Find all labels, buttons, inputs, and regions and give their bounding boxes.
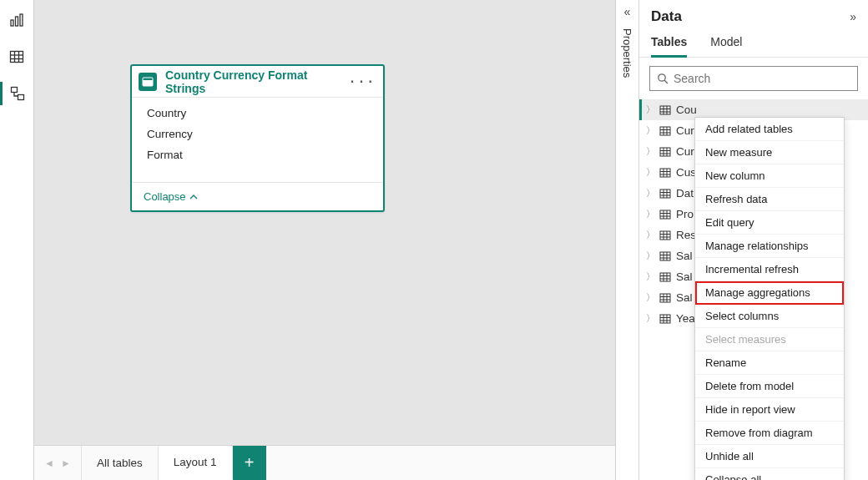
tab-nav-arrows: ◄ ►	[34, 446, 82, 480]
table-name-truncated: Yea	[676, 312, 695, 325]
table-name-truncated: Sal	[676, 250, 693, 262]
table-card-title: Country Currency Format Strings	[165, 68, 347, 95]
svg-rect-25	[660, 148, 670, 156]
context-menu-item[interactable]: New measure	[695, 141, 844, 164]
context-menu-item[interactable]: New column	[695, 164, 844, 188]
chevron-right-icon: 〉	[646, 312, 658, 325]
context-menu-item[interactable]: Remove from diagram	[695, 422, 844, 445]
add-layout-button[interactable]: +	[233, 446, 266, 480]
svg-rect-40	[660, 210, 670, 219]
svg-rect-60	[660, 294, 670, 302]
table-icon	[658, 292, 673, 304]
tab-next-button[interactable]: ►	[58, 457, 74, 469]
context-menu-item[interactable]: Delete from model	[695, 375, 844, 398]
table-card-more-button[interactable]: · · ·	[347, 74, 376, 89]
context-menu-item[interactable]: Manage aggregations	[695, 281, 844, 305]
table-field[interactable]: Country	[132, 103, 383, 124]
model-icon	[10, 86, 25, 101]
context-menu-item[interactable]: Hide in report view	[695, 398, 844, 422]
table-icon	[658, 313, 673, 325]
svg-rect-8	[12, 88, 18, 93]
chevron-right-icon: 〉	[646, 124, 658, 137]
table-icon	[9, 49, 24, 64]
table-icon	[658, 146, 673, 158]
table-icon	[658, 271, 673, 283]
chevron-right-icon: 〉	[646, 291, 658, 304]
table-name-truncated: Cur	[676, 145, 694, 158]
tab-label: All tables	[97, 457, 143, 469]
table-name-truncated: Cou	[676, 104, 697, 116]
table-context-menu: Add related tablesNew measureNew columnR…	[694, 117, 845, 480]
chevron-right-icon: 〉	[646, 270, 658, 283]
svg-rect-9	[18, 95, 24, 100]
chevron-up-icon	[189, 193, 198, 201]
tab-layout-1[interactable]: Layout 1	[159, 446, 233, 480]
table-card[interactable]: Country Currency Format Strings · · · Co…	[130, 64, 385, 212]
properties-label: Properties	[621, 28, 633, 78]
context-menu-item[interactable]: Unhide all	[695, 445, 844, 468]
data-pane-title: Data	[651, 8, 682, 25]
svg-rect-50	[660, 252, 670, 260]
context-menu-item[interactable]: Incremental refresh	[695, 258, 844, 281]
table-name-truncated: Res	[676, 229, 696, 241]
table-name-truncated: Cur	[676, 124, 694, 137]
chevron-right-icon: 〉	[646, 229, 658, 241]
tab-all-tables[interactable]: All tables	[82, 446, 159, 480]
table-icon	[658, 209, 673, 220]
table-name-truncated: Dat	[676, 187, 694, 200]
chevron-right-icon: 〉	[646, 145, 658, 158]
svg-rect-45	[660, 231, 670, 240]
svg-rect-65	[660, 315, 670, 323]
layout-tab-bar: ◄ ► All tables Layout 1 +	[34, 445, 615, 480]
svg-rect-0	[11, 20, 13, 26]
table-icon	[658, 188, 673, 200]
data-view-button[interactable]	[0, 45, 33, 68]
search-box[interactable]	[649, 66, 858, 91]
model-view-button[interactable]	[0, 82, 33, 105]
table-name-truncated: Pro	[676, 208, 694, 220]
svg-point-13	[659, 74, 665, 81]
table-icon	[658, 250, 673, 262]
chevron-right-icon: 〉	[646, 250, 658, 262]
collapse-card-button[interactable]: Collapse	[132, 182, 383, 210]
tab-tables[interactable]: Tables	[651, 35, 687, 58]
properties-pane-collapsed: « Properties	[616, 0, 639, 480]
chevron-right-icon: 〉	[646, 104, 658, 116]
tab-label: Model	[710, 35, 742, 48]
svg-rect-15	[660, 106, 670, 114]
tab-prev-button[interactable]: ◄	[41, 457, 58, 469]
table-icon	[658, 230, 673, 241]
report-view-button[interactable]	[0, 8, 33, 32]
context-menu-item[interactable]: Refresh data	[695, 188, 844, 211]
tab-model[interactable]: Model	[710, 35, 742, 57]
table-icon	[658, 104, 673, 116]
svg-rect-1	[15, 17, 18, 26]
tab-label: Layout 1	[174, 456, 217, 468]
table-field[interactable]: Currency	[132, 124, 383, 144]
tab-label: Tables	[651, 35, 687, 48]
collapse-properties-button[interactable]: «	[624, 5, 631, 18]
context-menu-item: Select measures	[695, 328, 844, 351]
table-card-fields: Country Currency Format	[132, 98, 383, 182]
left-nav-rail	[0, 0, 33, 480]
table-card-header[interactable]: Country Currency Format Strings · · ·	[132, 66, 383, 98]
chevron-right-icon: 〉	[646, 187, 658, 200]
svg-rect-30	[660, 169, 670, 177]
search-input[interactable]	[674, 72, 850, 85]
table-field[interactable]: Format	[132, 144, 383, 165]
data-pane-tabs: Tables Model	[639, 28, 868, 58]
model-canvas[interactable]: Country Currency Format Strings · · · Co…	[33, 0, 616, 480]
expand-data-pane-button[interactable]: »	[850, 10, 856, 23]
context-menu-item[interactable]: Add related tables	[695, 118, 844, 141]
collapse-label: Collapse	[144, 190, 186, 203]
context-menu-item[interactable]: Rename	[695, 351, 844, 375]
app-root: Country Currency Format Strings · · · Co…	[0, 0, 868, 480]
context-menu-item[interactable]: Collapse all	[695, 468, 844, 480]
context-menu-item[interactable]: Select columns	[695, 305, 844, 328]
svg-rect-3	[10, 52, 23, 63]
context-menu-item[interactable]: Manage relationships	[695, 235, 844, 258]
table-icon	[658, 125, 673, 137]
table-name-truncated: Sal	[676, 291, 693, 304]
svg-rect-35	[660, 189, 670, 198]
context-menu-item[interactable]: Edit query	[695, 211, 844, 235]
